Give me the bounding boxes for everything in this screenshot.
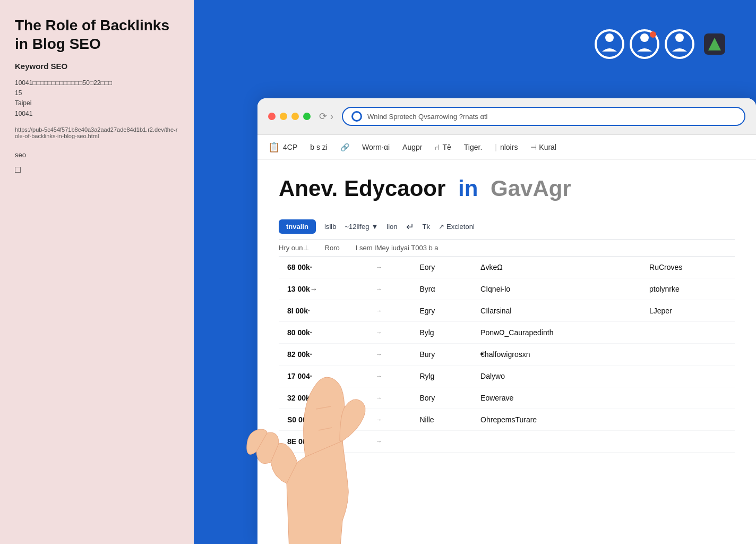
- menu-item-nloirs[interactable]: | nloirs: [495, 143, 518, 151]
- row-2-col4: ptolynrke: [641, 278, 735, 300]
- row-7-arrow: →: [367, 387, 411, 409]
- meta-line1: 10041□□□□□□□□□□□□□50□22□□□: [15, 79, 112, 87]
- address-bar-icon: [351, 111, 362, 122]
- traffic-light-yellow[interactable]: [280, 113, 287, 120]
- browser-toolbar: ⟳ › Wnind Sprotech Qvsarrowing ?rnats αt…: [257, 98, 756, 135]
- clipboard-icon: 📋: [268, 141, 280, 153]
- table-filter-enter[interactable]: ↵: [406, 221, 414, 233]
- row-7-col4: [641, 387, 735, 409]
- table-row: 82 00k· → Bury €halfowigrosxn: [279, 344, 735, 366]
- row-3-col4: LJeper: [641, 300, 735, 322]
- page-title-part2: in: [458, 176, 478, 201]
- svg-point-6: [675, 33, 684, 42]
- nav-forward-icon[interactable]: ›: [330, 111, 333, 122]
- row-9-arrow: →: [367, 431, 411, 453]
- row-9-col3: [472, 431, 641, 453]
- content-area: Anev. Edycaoor in GavAgr tnvalin lsⅡb ~1…: [257, 160, 756, 469]
- row-8-col4: [641, 409, 735, 431]
- export-icon: ↗: [439, 223, 444, 231]
- row-5-num: 82 00k·: [279, 344, 367, 366]
- row-5-col4: [641, 344, 735, 366]
- row-6-col3: Dalywo: [472, 366, 641, 387]
- address-bar[interactable]: Wnind Sprotech Qvsarrowing ?rnats αtl: [342, 107, 745, 126]
- row-3-col3: CIlarsinal: [472, 300, 641, 322]
- table-row: 8E 00k· →: [279, 431, 735, 453]
- subheader-1: Hry oun⊥: [279, 244, 309, 252]
- decorative-icons: [595, 29, 729, 59]
- browser-menu: 📋 4CP b s zi 🔗 Worm·αi Augpr ⑁ Tē Tiger.: [257, 135, 756, 160]
- row-4-arrow: →: [367, 322, 411, 344]
- subheader-2: Roro: [325, 244, 340, 252]
- nav-back-icon[interactable]: ⟳: [319, 110, 327, 122]
- sidebar-meta: 10041□□□□□□□□□□□□□50□22□□□ 15 Taipei 100…: [15, 78, 179, 119]
- nav-arrows: ⟳ ›: [319, 110, 333, 122]
- menu-item-clipboard[interactable]: 📋 4CP: [268, 141, 297, 153]
- dropdown-icon: ▼: [371, 223, 378, 231]
- row-6-num: 17 004·: [279, 366, 367, 387]
- row-1-col3: ΔvkeΩ: [472, 257, 641, 278]
- address-bar-text: Wnind Sprotech Qvsarrowing ?rnats αtl: [367, 113, 736, 121]
- deco-icon-3: [665, 29, 694, 59]
- row-1-arrow: →: [367, 257, 411, 278]
- row-9-col4: [641, 431, 735, 453]
- row-2-col3: CIqnei-lo: [472, 278, 641, 300]
- row-2-col2: Byrα: [411, 278, 472, 300]
- row-5-arrow: →: [367, 344, 411, 366]
- table-row: 13 00k→ → Byrα CIqnei-lo ptolynrke: [279, 278, 735, 300]
- sidebar-url[interactable]: https://pub-5c454f571b8e40a3a2aad27ade84…: [15, 126, 179, 139]
- table-row: 8I 00k· → Egry CIlarsinal LJeper: [279, 300, 735, 322]
- subheader-3: I sem IMey iudyai T003 b a: [356, 244, 439, 252]
- menu-item-label-8: nloirs: [500, 143, 518, 151]
- row-4-col4: [641, 322, 735, 344]
- row-6-col4: [641, 366, 735, 387]
- row-9-col2: [411, 431, 472, 453]
- table-row: 32 00k· → Bory Eowerave: [279, 387, 735, 409]
- page-title-part1: Anev. Edycaoor: [279, 176, 445, 201]
- menu-item-augpr[interactable]: Augpr: [402, 143, 422, 151]
- menu-item-tiger[interactable]: Tiger.: [464, 143, 483, 151]
- row-8-col2: Nille: [411, 409, 472, 431]
- table-row: 68 00k· → Eory ΔvkeΩ RuCroves: [279, 257, 735, 278]
- row-1-col2: Eory: [411, 257, 472, 278]
- svg-point-1: [605, 33, 614, 42]
- table-row: 17 004· → Rylg Dalywo: [279, 366, 735, 387]
- row-7-col2: Bory: [411, 387, 472, 409]
- divider-icon: |: [495, 143, 497, 151]
- row-3-num: 8I 00k·: [279, 300, 367, 322]
- table-row: S0 00k· → Nille OhrepemsTurare: [279, 409, 735, 431]
- menu-item-link[interactable]: 🔗: [340, 143, 349, 151]
- menu-item-kural[interactable]: ⊣ Kural: [530, 143, 556, 151]
- traffic-light-yellow2[interactable]: [291, 113, 299, 120]
- menu-item-label-1: 4CP: [283, 143, 297, 151]
- menu-item-te[interactable]: ⑁ Tē: [435, 143, 451, 151]
- sidebar-copy-icon: □: [15, 164, 179, 175]
- row-5-col2: Bury: [411, 344, 472, 366]
- page-title-part3: GavAgr: [491, 176, 571, 201]
- link-icon: 🔗: [340, 143, 349, 151]
- row-1-col4: RuCroves: [641, 257, 735, 278]
- row-2-num: 13 00k→: [279, 278, 367, 300]
- row-6-col2: Rylg: [411, 366, 472, 387]
- table-filter-lion[interactable]: lion: [386, 223, 397, 231]
- menu-item-wormai[interactable]: Worm·αi: [362, 143, 390, 151]
- table-filter-lifeg[interactable]: ~12lifeg ▼: [345, 223, 379, 231]
- table-filter-excietoni[interactable]: ↗ Excietoni: [439, 223, 475, 231]
- main-area: ⟳ › Wnind Sprotech Qvsarrowing ?rnats αt…: [194, 0, 756, 544]
- sidebar-tag: seo: [15, 151, 179, 159]
- meta-line3: Taipei: [15, 99, 31, 107]
- table-filter-lstb[interactable]: lsⅡb: [324, 223, 337, 231]
- row-9-num: 8E 00k·: [279, 431, 367, 453]
- menu-item-2[interactable]: b s zi: [310, 143, 328, 151]
- traffic-light-green[interactable]: [303, 113, 311, 120]
- svg-point-4: [650, 31, 656, 38]
- menu-item-label-6: Tē: [442, 143, 451, 151]
- table-filter-tk[interactable]: Tk: [423, 223, 430, 231]
- row-3-arrow: →: [367, 300, 411, 322]
- row-4-col2: Bylg: [411, 322, 472, 344]
- menu-item-label-5: Augpr: [402, 143, 422, 151]
- page-title: Anev. Edycaoor in GavAgr: [279, 176, 735, 201]
- traffic-light-red[interactable]: [268, 113, 276, 120]
- table-filter-invalin[interactable]: tnvalin: [279, 219, 316, 234]
- row-8-arrow: →: [367, 409, 411, 431]
- traffic-lights: [268, 113, 311, 120]
